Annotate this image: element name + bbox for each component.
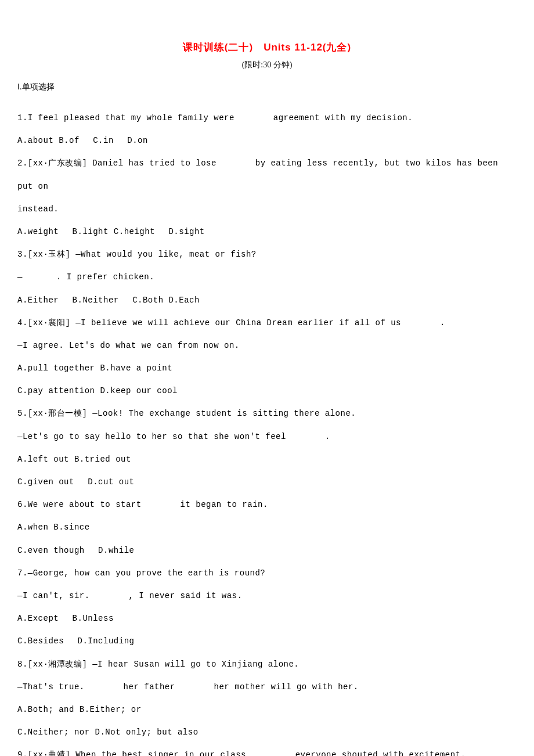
question-7-line-a: 7.—George, how can you prove the earth i… bbox=[17, 562, 517, 585]
question-9-line-a: 9.[xx·曲靖] When the best singer in our cl… bbox=[17, 744, 517, 756]
question-8-line-b: —That's true. her father her mother will… bbox=[17, 676, 517, 699]
question-5-line-b: —Let's go to say hello to her so that sh… bbox=[17, 426, 517, 448]
question-1: 1.I feel pleased that my whole family we… bbox=[17, 107, 517, 129]
question-8-line-a: 8.[xx·湘潭改编] —I hear Susan will go to Xin… bbox=[17, 653, 517, 676]
question-4-options-1: A.pull together B.have a point bbox=[17, 357, 517, 380]
document-title: 课时训练(二十) Units 11-12(九全) bbox=[17, 41, 517, 54]
question-6-line-a: 6.We were about to start it began to rai… bbox=[17, 494, 517, 516]
question-2-line-a: 2.[xx·广东改编] Daniel has tried to lose by … bbox=[17, 152, 517, 197]
question-4-line-b: —I agree. Let's do what we can from now … bbox=[17, 334, 517, 357]
question-6-options-2: C.even though D.while bbox=[17, 539, 517, 562]
question-5-options-2: C.given out D.cut out bbox=[17, 471, 517, 494]
question-7-options-1: A.Except B.Unless bbox=[17, 607, 517, 630]
question-3-options: A.Either B.Neither C.Both D.Each bbox=[17, 289, 517, 312]
question-2-line-b: instead. bbox=[17, 198, 517, 221]
question-1-options: A.about B.of C.in D.on bbox=[17, 129, 517, 152]
question-3-line-a: 3.[xx·玉林] —What would you like, meat or … bbox=[17, 243, 517, 266]
question-8-options-2: C.Neither; nor D.Not only; but also bbox=[17, 721, 517, 744]
question-6-options-1: A.when B.since bbox=[17, 516, 517, 539]
question-2-options: A.weight B.light C.height D.sight bbox=[17, 221, 517, 243]
question-7-options-2: C.Besides D.Including bbox=[17, 630, 517, 653]
question-5-options-1: A.left out B.tried out bbox=[17, 448, 517, 471]
question-5-line-a: 5.[xx·邢台一模] —Look! The exchange student … bbox=[17, 402, 517, 425]
section-header: Ⅰ.单项选择 bbox=[17, 82, 517, 92]
document-subtitle: (限时:30 分钟) bbox=[17, 60, 517, 70]
question-3-line-b: — . I prefer chicken. bbox=[17, 266, 517, 289]
question-8-options-1: A.Both; and B.Either; or bbox=[17, 699, 517, 721]
question-4-line-a: 4.[xx·襄阳] —I believe we will achieve our… bbox=[17, 312, 517, 334]
question-4-options-2: C.pay attention D.keep our cool bbox=[17, 380, 517, 402]
question-7-line-b: —I can't, sir. , I never said it was. bbox=[17, 585, 517, 607]
